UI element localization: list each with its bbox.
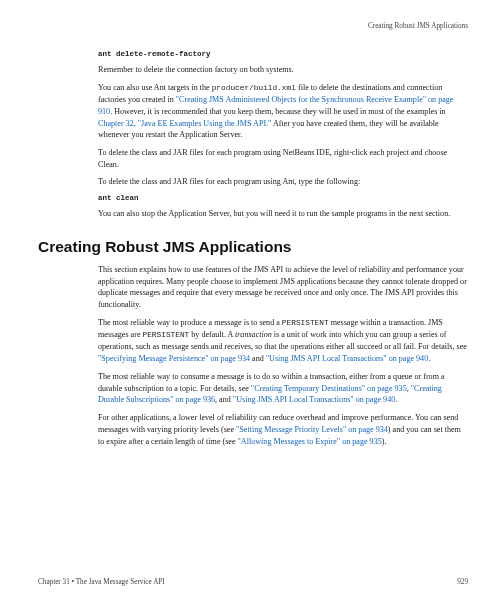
- code-ant-clean: ant clean: [98, 194, 468, 202]
- text: .: [428, 354, 430, 363]
- text: by default. A: [189, 330, 235, 339]
- text: ).: [382, 437, 387, 446]
- paragraph: To delete the class and JAR files for ea…: [98, 176, 468, 188]
- text: and: [250, 354, 266, 363]
- link-temp-destinations[interactable]: "Creating Temporary Destinations" on pag…: [251, 384, 407, 393]
- text: , and: [215, 395, 233, 404]
- document-page: Creating Robust JMS Applications ant del…: [0, 0, 500, 600]
- link-priority-levels[interactable]: "Setting Message Priority Levels" on pag…: [236, 425, 388, 434]
- italic-term: transaction: [235, 330, 272, 339]
- link-allow-expire[interactable]: "Allowing Messages to Expire" on page 93…: [238, 437, 382, 446]
- paragraph: To delete the class and JAR files for ea…: [98, 147, 468, 170]
- code-ant-delete: ant delete-remote-factory: [98, 50, 468, 58]
- paragraph: For other applications, a lower level of…: [98, 412, 468, 447]
- paragraph: This section explains how to use feature…: [98, 264, 468, 311]
- text: . However, it is recommended that you ke…: [110, 107, 445, 116]
- link-chapter-32[interactable]: Chapter 32, "Java EE Examples Using the …: [98, 119, 271, 128]
- code-inline: PERSISTENT: [282, 319, 329, 327]
- paragraph: Remember to delete the connection factor…: [98, 64, 468, 76]
- link-local-transactions-1[interactable]: "Using JMS API Local Transactions" on pa…: [266, 354, 428, 363]
- text: You can also use Ant targets in the: [98, 83, 212, 92]
- running-header: Creating Robust JMS Applications: [38, 22, 468, 30]
- text: The most reliable way to produce a messa…: [98, 318, 282, 327]
- paragraph: You can also use Ant targets in the prod…: [98, 82, 468, 141]
- page-footer: Chapter 31 • The Java Message Service AP…: [38, 578, 468, 586]
- section-heading: Creating Robust JMS Applications: [38, 238, 468, 256]
- link-message-persistence[interactable]: "Specifying Message Persistence" on page…: [98, 354, 250, 363]
- paragraph: The most reliable way to consume a messa…: [98, 371, 468, 406]
- footer-page-number: 929: [457, 578, 468, 586]
- paragraph: You can also stop the Application Server…: [98, 208, 468, 220]
- paragraph: The most reliable way to produce a messa…: [98, 317, 468, 365]
- code-inline: PERSISTENT: [143, 331, 190, 339]
- link-local-transactions-2[interactable]: "Using JMS API Local Transactions" on pa…: [233, 395, 395, 404]
- code-inline: producer/build.xml: [212, 84, 296, 92]
- footer-chapter-label: Chapter 31 • The Java Message Service AP…: [38, 578, 165, 586]
- text: .: [395, 395, 397, 404]
